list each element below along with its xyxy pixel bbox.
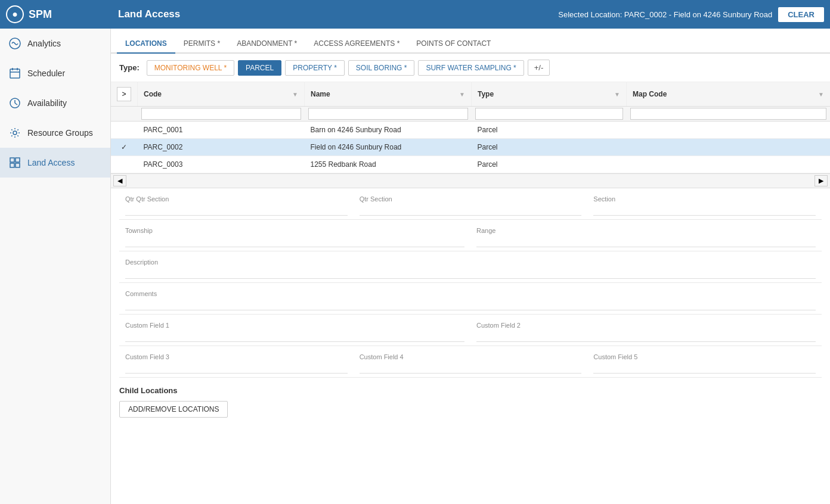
field-row-6: Custom Field 3 Custom Field 4 Custom Fie… [119,346,822,378]
clear-button[interactable]: CLEAR [778,7,824,22]
sidebar-item-land-access[interactable]: Land Access [0,148,110,178]
svg-rect-11 [10,163,14,167]
app-logo-text: SPM [29,8,52,21]
app-container: ● SPM Land Access Selected Location: PAR… [0,0,830,504]
label-custom-field-5: Custom Field 5 [593,353,816,360]
field-row-5: Custom Field 1 Custom Field 2 [119,315,822,346]
clock-icon [8,97,21,110]
filter-check-cell [111,107,138,122]
filter-mapcode-input[interactable] [630,108,827,120]
value-section [593,205,816,216]
chart-icon [8,37,21,50]
table-row[interactable]: ✓ PARC_0002 Field on 4246 Sunbury Road P… [111,139,830,156]
filter-code-cell [138,107,305,122]
sort-icon-name: ▼ [459,91,465,98]
row3-code: PARC_0003 [138,156,305,173]
sidebar: Analytics Scheduler [0,29,111,504]
type-property-button[interactable]: PROPERTY * [285,60,345,76]
svg-rect-12 [16,163,20,167]
col-header-map-code[interactable]: Map Code ▼ [627,82,831,107]
calendar-icon [8,67,21,80]
sidebar-item-analytics[interactable]: Analytics [0,29,110,58]
table-row[interactable]: PARC_0003 1255 Redbank Road Parcel [111,156,830,173]
field-row-2: Township Range [119,220,822,251]
tab-abandonment[interactable]: ABANDONMENT * [228,35,305,54]
sidebar-item-resource-groups[interactable]: Resource Groups [0,118,110,148]
field-group-section: Section [587,188,822,219]
row3-check-cell [111,156,138,173]
svg-point-8 [13,131,17,135]
row2-code: PARC_0002 [138,139,305,156]
type-parcel-button[interactable]: PARCEL [238,60,281,76]
label-qtr-section: Qtr Section [360,195,582,203]
svg-line-7 [15,103,17,105]
field-row-3: Description [119,251,822,283]
row1-type: Parcel [472,122,627,139]
label-comments: Comments [125,290,816,297]
grid-wrapper: > Code ▼ Name [111,82,830,188]
detail-fields: Qtr Qtr Section Qtr Section Section [111,188,830,378]
sidebar-label-land-access: Land Access [27,158,75,167]
table-row[interactable]: PARC_0001 Barn on 4246 Sunbury Road Parc… [111,122,830,139]
svg-rect-10 [16,158,20,162]
grid-table: > Code ▼ Name [111,82,830,173]
field-group-custom1: Custom Field 1 [119,315,470,346]
filter-name-input[interactable] [308,108,468,120]
sidebar-item-scheduler[interactable]: Scheduler [0,58,110,88]
add-remove-locations-button[interactable]: ADD/REMOVE LOCATIONS [119,401,228,418]
child-locations-title: Child Locations [119,386,822,395]
tab-locations[interactable]: LOCATIONS [117,35,175,54]
value-custom-field-1 [125,331,464,342]
sort-icon-map-code: ▼ [818,91,824,98]
svg-rect-1 [10,69,20,78]
value-qtr-section [360,205,582,216]
filter-code-input[interactable] [141,108,301,120]
col-header-code[interactable]: Code ▼ [138,82,305,107]
grid-icon [8,156,21,169]
label-township: Township [125,227,464,234]
tab-permits[interactable]: PERMITS * [175,35,228,54]
filter-type-input[interactable] [475,108,623,120]
field-group-description: Description [119,251,822,282]
sidebar-item-availability[interactable]: Availability [0,88,110,118]
row2-name: Field on 4246 Sunbury Road [305,139,472,156]
col-header-type[interactable]: Type ▼ [472,82,627,107]
child-locations-section: Child Locations ADD/REMOVE LOCATIONS [111,378,830,426]
label-custom-field-4: Custom Field 4 [360,353,582,360]
scroll-right-button[interactable]: ▶ [814,175,828,186]
field-group-custom3: Custom Field 3 [119,346,354,377]
value-custom-field-5 [593,363,816,374]
row3-type: Parcel [472,156,627,173]
sidebar-label-analytics: Analytics [27,39,61,48]
label-description: Description [125,259,816,266]
svg-rect-9 [10,158,14,162]
type-soil-boring-button[interactable]: SOIL BORING * [348,60,415,76]
col-header-name[interactable]: Name ▼ [305,82,472,107]
main-area: Analytics Scheduler [0,29,830,504]
value-description [125,268,816,279]
row1-mapcode [627,122,831,139]
grid-body: PARC_0001 Barn on 4246 Sunbury Road Parc… [111,122,830,173]
top-bar-logo: ● SPM [0,5,111,23]
expand-col-header: > [111,82,138,107]
type-monitoring-well-button[interactable]: MONITORING WELL * [147,60,234,76]
type-add-more-button[interactable]: +/- [528,60,550,76]
main-content: LOCATIONS PERMITS * ABANDONMENT * ACCESS… [111,29,830,504]
grid-header: > Code ▼ Name [111,82,830,122]
label-range: Range [476,227,816,234]
type-surf-water-sampling-button[interactable]: SURF WATER SAMPLING * [418,60,524,76]
value-custom-field-2 [476,331,816,342]
grid-scroll-container[interactable]: > Code ▼ Name [111,82,830,173]
label-custom-field-3: Custom Field 3 [125,353,348,360]
tabs-bar: LOCATIONS PERMITS * ABANDONMENT * ACCESS… [111,29,830,54]
expand-button[interactable]: > [117,87,131,101]
scroll-left-button[interactable]: ◀ [113,175,126,186]
tab-points-of-contact[interactable]: POINTS OF CONTACT [408,35,499,54]
row2-type: Parcel [472,139,627,156]
filter-type-cell [472,107,627,122]
value-custom-field-3 [125,363,348,374]
field-group-custom4: Custom Field 4 [354,346,588,377]
label-qtr-qtr-section: Qtr Qtr Section [125,195,348,203]
tab-access-agreements[interactable]: ACCESS AGREEMENTS * [305,35,408,54]
sort-icon-code: ▼ [292,91,298,98]
